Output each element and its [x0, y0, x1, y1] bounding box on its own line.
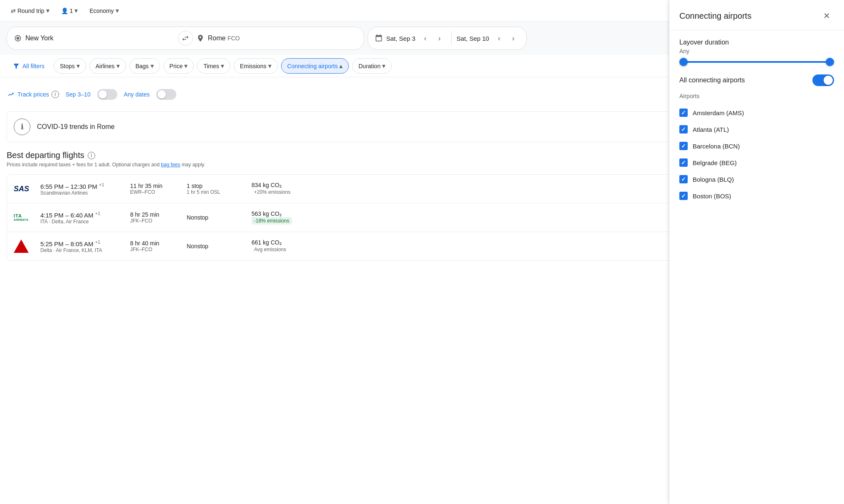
flight-times: 4:15 PM – 6:40 AM +1 ITA · Delta, Air Fr… — [40, 211, 123, 225]
panel-title: Connecting airports — [679, 11, 751, 21]
origin-text: New York — [25, 35, 54, 42]
flight-stops-main: Nonstop — [187, 243, 245, 250]
airlines-label: Airlines — [96, 63, 115, 69]
filter-icon — [12, 62, 20, 70]
departure-next-button[interactable]: › — [433, 32, 446, 45]
times-chevron-icon: ▾ — [221, 62, 224, 70]
price-label: Price — [170, 63, 183, 69]
delta-logo — [14, 240, 29, 253]
bologna-checkbox[interactable]: ✓ — [679, 175, 688, 183]
stops-filter[interactable]: Stops ▾ — [54, 58, 86, 74]
origin-field[interactable]: New York — [14, 34, 175, 42]
stops-chevron-icon: ▾ — [77, 62, 80, 70]
layover-duration-slider[interactable] — [679, 61, 834, 63]
flight-route: JFK–FCO — [130, 247, 180, 252]
trip-type-selector[interactable]: ⇄ Round trip ▾ — [7, 4, 54, 17]
flight-time-main: 4:15 PM – 6:40 AM +1 — [40, 211, 123, 219]
flight-stops: Nonstop — [187, 243, 245, 250]
flight-times: 6:55 PM – 12:30 PM +1 Scandinavian Airli… — [40, 182, 123, 196]
swap-arrows-icon — [181, 34, 190, 42]
emissions-label: Emissions — [240, 63, 267, 69]
airline-logo: ITA AIRWAYS — [14, 210, 34, 225]
trip-type-chevron-icon: ▾ — [46, 7, 49, 15]
track-prices-info-icon[interactable]: i — [52, 91, 59, 98]
return-date-field[interactable]: Sat, Sep 10 ‹ › — [457, 32, 520, 45]
flight-emissions: 834 kg CO₂ +20% emissions — [252, 182, 301, 196]
emissions-chevron-icon: ▾ — [268, 62, 271, 70]
list-item[interactable]: ✓ Bologna (BLQ) — [679, 171, 834, 188]
cabin-class-selector[interactable]: Economy ▾ — [85, 4, 123, 17]
departure-date-field[interactable]: Sat, Sep 3 ‹ › — [375, 32, 446, 45]
flight-duration-main: 8 hr 40 min — [130, 240, 180, 247]
emissions-filter[interactable]: Emissions ▾ — [234, 58, 278, 74]
flight-route: EWR–FCO — [130, 189, 180, 195]
list-item[interactable]: ✓ Boston (BOS) — [679, 188, 834, 204]
atlanta-checkbox[interactable]: ✓ — [679, 125, 688, 133]
belgrade-checkbox[interactable]: ✓ — [679, 158, 688, 167]
return-next-button[interactable]: › — [506, 32, 520, 45]
section-info-icon[interactable]: i — [88, 152, 95, 159]
flight-airline: ITA · Delta, Air France — [40, 219, 123, 225]
times-filter[interactable]: Times ▾ — [197, 58, 230, 74]
flight-airline: Delta · Air France, KLM, ITA — [40, 247, 123, 253]
all-filters-button[interactable]: All filters — [7, 59, 50, 73]
duration-label: Duration — [358, 63, 380, 69]
covid-text: COVID-19 trends in Rome — [37, 123, 115, 131]
all-connecting-label: All connecting airports — [679, 77, 745, 84]
barcelona-airport-name: Barcelona (BCN) — [693, 143, 740, 150]
any-dates-label[interactable]: Any dates — [124, 91, 150, 98]
swap-button[interactable] — [178, 31, 193, 46]
flight-emissions-main: 834 kg CO₂ — [252, 182, 301, 188]
airports-label: Airports — [679, 93, 834, 99]
bags-label: Bags — [136, 63, 149, 69]
flight-emissions-main: 563 kg CO₂ — [252, 210, 301, 217]
flight-time-main: 5:25 PM – 8:05 AM +1 — [40, 240, 123, 247]
dest-text: Rome FCO — [208, 35, 240, 42]
airlines-filter[interactable]: Airlines ▾ — [89, 58, 126, 74]
trend-icon — [7, 91, 15, 98]
list-item[interactable]: ✓ Atlanta (ATL) — [679, 121, 834, 138]
covid-info-icon: ℹ — [14, 119, 30, 135]
connecting-airports-panel: Connecting airports ✕ Layover duration A… — [669, 0, 844, 267]
list-item[interactable]: ✓ Belgrade (BEG) — [679, 154, 834, 171]
amsterdam-airport-name: Amsterdam (AMS) — [693, 109, 744, 116]
flight-duration: 8 hr 25 min JFK–FCO — [130, 211, 180, 224]
bologna-airport-name: Bologna (BLQ) — [693, 176, 734, 183]
track-prices-toggle[interactable] — [97, 89, 117, 100]
list-item[interactable]: ✓ Amsterdam (AMS) — [679, 104, 834, 121]
bag-fees-link[interactable]: bag fees — [161, 162, 180, 168]
emissions-badge: +20% emissions — [252, 188, 293, 196]
amsterdam-checkbox[interactable]: ✓ — [679, 109, 688, 117]
search-fields: New York Rome FCO — [7, 27, 364, 50]
bags-filter[interactable]: Bags ▾ — [129, 58, 160, 74]
section-title-text: Best departing flights — [7, 151, 84, 160]
panel-close-button[interactable]: ✕ — [819, 8, 834, 23]
slider-thumb-right[interactable] — [826, 58, 834, 66]
ita-airways-logo: ITA AIRWAYS — [14, 214, 28, 221]
passengers-selector[interactable]: 👤 1 ▾ — [57, 4, 82, 17]
connecting-airports-filter[interactable]: Connecting airports ▴ — [281, 58, 349, 74]
destination-field[interactable]: Rome FCO — [196, 34, 357, 42]
duration-filter[interactable]: Duration ▾ — [352, 58, 392, 74]
list-item[interactable]: ✓ Barcelona (BCN) — [679, 138, 834, 154]
passengers-chevron-icon: ▾ — [74, 7, 78, 15]
flight-emissions: 563 kg CO₂ -18% emissions — [252, 210, 301, 225]
track-prices-date-range: Sep 3–10 — [66, 91, 91, 98]
svg-point-1 — [17, 37, 20, 40]
barcelona-checkbox[interactable]: ✓ — [679, 142, 688, 150]
flight-time-main: 6:55 PM – 12:30 PM +1 — [40, 182, 123, 190]
flight-airline: Scandinavian Airlines — [40, 190, 123, 196]
departure-prev-button[interactable]: ‹ — [419, 32, 432, 45]
layover-duration-title: Layover duration — [679, 39, 834, 46]
return-prev-button[interactable]: ‹ — [492, 32, 506, 45]
flight-emissions: 661 kg CO₂ Avg emissions — [252, 239, 301, 253]
price-filter[interactable]: Price ▾ — [163, 58, 194, 74]
slider-thumb-left[interactable] — [679, 58, 688, 66]
departure-date-nav: ‹ › — [419, 32, 446, 45]
any-dates-toggle[interactable] — [156, 89, 176, 100]
stops-label: Stops — [60, 63, 75, 69]
boston-checkbox[interactable]: ✓ — [679, 192, 688, 200]
passengers-label: 1 — [70, 7, 73, 14]
all-connecting-toggle[interactable] — [812, 74, 834, 86]
connecting-airports-label: Connecting airports — [287, 63, 338, 69]
